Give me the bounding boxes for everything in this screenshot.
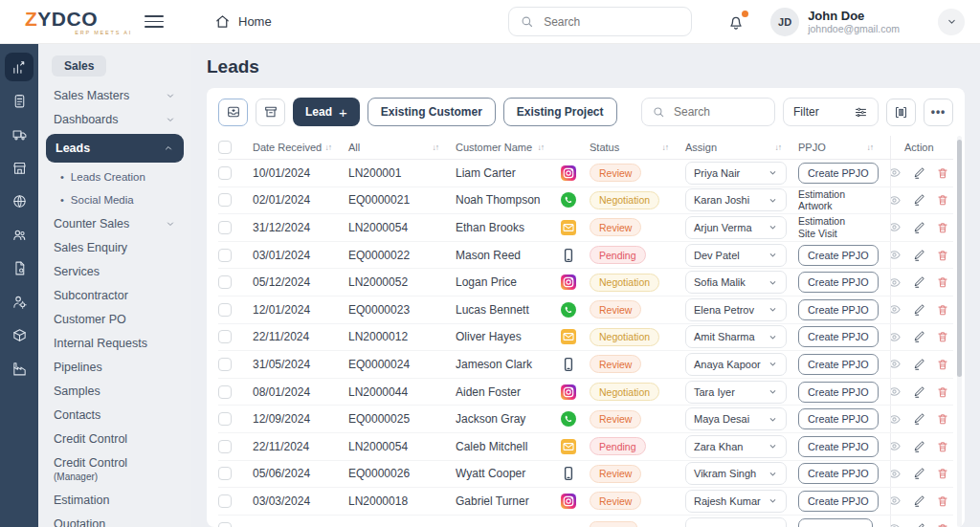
filter-button[interactable]: Filter	[783, 98, 879, 126]
row-checkbox[interactable]	[218, 275, 232, 289]
user-menu-chevron-icon[interactable]	[938, 9, 965, 35]
sidebar-item-subcontractor[interactable]: Subcontractor	[46, 283, 184, 307]
column-ppjo[interactable]: PPJO	[798, 142, 826, 153]
assign-dropdown[interactable]: Amit Sharma	[685, 325, 787, 348]
delete-trash-icon[interactable]	[936, 494, 949, 508]
sort-icon[interactable]: ↓↑	[538, 143, 545, 152]
user-menu[interactable]: JD John Doe johndoe@gmail.com	[770, 8, 900, 36]
create-ppjo-button[interactable]: Create PPJO	[798, 245, 879, 266]
view-eye-icon[interactable]	[890, 467, 902, 481]
delete-trash-icon[interactable]	[936, 412, 949, 426]
assign-dropdown[interactable]: Arjun Verma	[685, 216, 787, 239]
sidebar-item-samples[interactable]: Samples	[46, 379, 184, 403]
sidebar-item-internal-requests[interactable]: Internal Requests	[46, 331, 184, 355]
create-ppjo-button[interactable]: Create PPJO	[798, 436, 879, 457]
edit-pencil-icon[interactable]	[912, 522, 925, 527]
edit-pencil-icon[interactable]	[912, 358, 925, 371]
delete-trash-icon[interactable]	[936, 303, 949, 317]
edit-pencil-icon[interactable]	[912, 303, 925, 317]
row-checkbox[interactable]	[218, 494, 232, 508]
edit-pencil-icon[interactable]	[912, 412, 925, 426]
create-ppjo-button[interactable]: Create PPJO	[798, 163, 879, 184]
hamburger-menu-icon[interactable]	[142, 10, 167, 34]
column-status[interactable]: Status	[590, 142, 619, 153]
delete-trash-icon[interactable]	[936, 275, 949, 289]
team-icon[interactable]	[5, 220, 33, 249]
assign-dropdown[interactable]: Zara Khan	[685, 435, 787, 458]
sidebar-item-credit-control[interactable]: Credit Control (Manager)	[46, 450, 184, 488]
sidebar-item-sales-masters[interactable]: Sales Masters	[46, 83, 184, 107]
sidebar-item-leads[interactable]: Leads	[46, 134, 184, 163]
globe-gear-icon[interactable]	[5, 187, 33, 215]
edit-pencil-icon[interactable]	[912, 221, 925, 234]
global-search[interactable]	[508, 7, 692, 36]
sidebar-item-sales-enquiry[interactable]: Sales Enquiry	[46, 235, 184, 259]
assign-dropdown[interactable]: Maya Desai	[685, 407, 787, 430]
row-checkbox[interactable]	[218, 522, 232, 527]
notifications-bell-icon[interactable]	[726, 11, 749, 33]
row-checkbox[interactable]	[218, 166, 232, 180]
sort-icon[interactable]: ↓↑	[775, 143, 782, 152]
delete-trash-icon[interactable]	[936, 166, 949, 180]
more-options-button[interactable]: •••	[924, 99, 953, 126]
sidebar-item-estimation[interactable]: Estimation	[46, 488, 184, 512]
chart-icon[interactable]	[5, 53, 33, 81]
delete-trash-icon[interactable]	[936, 440, 949, 453]
inbox-view-button[interactable]	[218, 99, 248, 126]
row-checkbox[interactable]	[218, 385, 232, 399]
archive-view-button[interactable]	[256, 99, 285, 126]
delete-trash-icon[interactable]	[936, 221, 949, 234]
create-ppjo-button[interactable]: Create PPJO	[798, 299, 879, 320]
edit-pencil-icon[interactable]	[912, 440, 925, 453]
create-ppjo-button[interactable]: Create PPJO	[798, 326, 879, 347]
brand-logo[interactable]: ZYDCO ERP MEETS AI	[0, 9, 132, 35]
row-checkbox[interactable]	[218, 440, 232, 453]
row-checkbox[interactable]	[218, 303, 232, 317]
sidebar-subitem-social-media[interactable]: •Social Media	[46, 188, 184, 211]
column-date-received[interactable]: Date Received	[253, 142, 322, 153]
assign-dropdown[interactable]: Rajesh Kumar	[685, 490, 787, 513]
sidebar-item-dashboards[interactable]: Dashboards	[46, 107, 184, 131]
sidebar-item-pipelines[interactable]: Pipelines	[46, 355, 184, 379]
view-eye-icon[interactable]	[890, 193, 902, 208]
edit-pencil-icon[interactable]	[912, 166, 925, 180]
edit-pencil-icon[interactable]	[912, 330, 925, 343]
assign-dropdown[interactable]: Vikram Singh	[685, 462, 787, 485]
edit-pencil-icon[interactable]	[912, 467, 925, 480]
view-eye-icon[interactable]	[890, 412, 902, 427]
store-icon[interactable]	[5, 153, 33, 182]
delete-trash-icon[interactable]	[936, 330, 949, 343]
existing-project-button[interactable]: Existing Project	[503, 98, 617, 126]
existing-customer-button[interactable]: Existing Customer	[368, 98, 496, 126]
view-eye-icon[interactable]	[890, 165, 902, 180]
create-ppjo-button[interactable]: Create PPJO	[798, 354, 879, 375]
sidebar-item-counter-sales[interactable]: Counter Sales	[46, 211, 184, 235]
table-scrollbar-thumb[interactable]	[957, 140, 962, 377]
delete-trash-icon[interactable]	[936, 385, 949, 399]
column-customer-name[interactable]: Customer Name	[456, 142, 532, 153]
assign-dropdown[interactable]: Tara Iyer	[685, 381, 787, 404]
row-checkbox[interactable]	[218, 467, 232, 480]
person-gear-icon[interactable]	[5, 287, 33, 316]
row-checkbox[interactable]	[218, 249, 232, 262]
add-lead-button[interactable]: Lead+	[293, 98, 360, 126]
document-gear-icon[interactable]	[5, 253, 33, 282]
column-settings-button[interactable]	[886, 99, 916, 126]
table-search[interactable]	[641, 98, 775, 126]
view-eye-icon[interactable]	[890, 302, 902, 317]
delete-trash-icon[interactable]	[936, 249, 949, 262]
row-checkbox[interactable]	[218, 330, 232, 343]
view-eye-icon[interactable]	[890, 357, 902, 371]
box-gear-icon[interactable]	[5, 320, 33, 349]
create-ppjo-button[interactable]: Create PPJO	[798, 272, 879, 293]
table-search-input[interactable]	[672, 104, 765, 120]
create-ppjo-button[interactable]: Create PPJO	[798, 463, 879, 484]
sort-icon[interactable]: ↓↑	[325, 143, 332, 152]
delete-trash-icon[interactable]	[936, 193, 949, 207]
sidebar-item-quotation[interactable]: Quotation	[46, 512, 184, 527]
create-ppjo-button[interactable]: Create PPJO	[798, 408, 879, 429]
factory-icon[interactable]	[5, 354, 33, 383]
delete-trash-icon[interactable]	[936, 522, 949, 527]
row-checkbox[interactable]	[218, 193, 232, 207]
sort-icon[interactable]: ↓↑	[433, 143, 439, 152]
